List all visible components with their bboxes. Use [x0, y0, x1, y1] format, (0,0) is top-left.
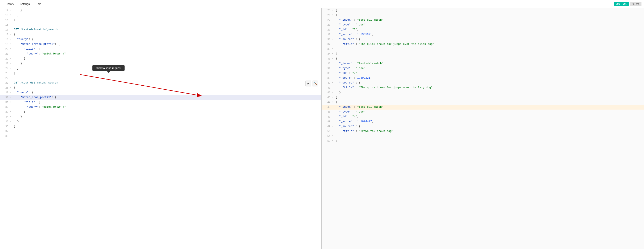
resp-num-39: 39 [322, 76, 332, 81]
line-content-36: } [13, 124, 321, 129]
resp-num-31: 31 [322, 37, 332, 42]
resp-content-49: "_source" : { [335, 124, 644, 129]
line-num-17: 17 [0, 32, 10, 37]
resp-line-48: 48 "_score" : 1.1624427, [322, 119, 644, 124]
tooltip-container: Click to send request [92, 65, 124, 71]
resp-fold-52[interactable]: ▾ [332, 139, 335, 143]
code-line-16: 16 GET /test-dsl-match/_search [0, 27, 321, 32]
resp-fold-49[interactable]: ▾ [332, 124, 335, 129]
resp-num-48: 48 [322, 119, 332, 124]
code-line-24: 24 ▾ } [0, 66, 321, 71]
resp-line-27: 27 "_index" : "test-dsl-match", [322, 18, 644, 23]
fold-28[interactable]: ▾ [10, 85, 13, 90]
fold-24[interactable]: ▾ [10, 66, 13, 71]
resp-line-49: 49 ▾ "_source" : { [322, 124, 644, 129]
line-content-32: "query": "quick brown f" [13, 105, 321, 109]
line-num-12: 12 [0, 8, 10, 13]
code-line-31: 31 ▾ "title": { [0, 100, 321, 105]
fold-33[interactable]: ▾ [10, 110, 13, 114]
resp-line-51: 51 ▾ } [322, 134, 644, 139]
status-badge: 200 – OK 98 ms [614, 2, 642, 6]
code-line-27: 27 GET /test-dsl-match/_search ▶ 🔨 [0, 81, 321, 85]
resp-line-45: 45 "_index" : "test-dsl-match", [322, 105, 644, 110]
fold-29[interactable]: ▾ [10, 90, 13, 95]
resp-num-33: 33 [322, 47, 332, 52]
resp-fold-40[interactable]: ▾ [332, 81, 335, 85]
code-line-32: 32 "query": "quick brown f" [0, 105, 321, 110]
line-num-18: 18 [0, 37, 10, 42]
resp-line-30: 30 "_score" : 1.5335921, [322, 32, 644, 37]
line-content-35: } [13, 119, 321, 124]
resp-content-31: "_source" : { [335, 37, 644, 42]
fold-34[interactable]: ▾ [10, 114, 13, 119]
resp-fold-42[interactable]: ▾ [332, 90, 335, 95]
fold-17[interactable]: ▾ [10, 32, 13, 37]
resp-num-42: 42 [322, 90, 332, 95]
resp-line-37: 37 "_type" : "_doc", [322, 66, 644, 71]
fold-18[interactable]: ▾ [10, 37, 13, 42]
fold-23[interactable]: ▾ [10, 61, 13, 66]
resp-line-39: 39 "_score" : 1.399221, [322, 76, 644, 81]
menu-help[interactable]: Help [32, 1, 44, 7]
resp-fold-31[interactable]: ▾ [332, 37, 335, 42]
resp-line-42: 42 ▾ } [322, 90, 644, 95]
line-num-13: 13 [0, 13, 10, 18]
line-num-25: 25 [0, 71, 10, 76]
fold-19[interactable]: ▾ [10, 42, 13, 47]
editor-code-area[interactable]: 12 ▾ } 13 ▾ } 14 } 15 16 [0, 8, 321, 249]
main-content: 12 ▾ } 13 ▾ } 14 } 15 16 [0, 8, 644, 249]
resp-content-35: { [335, 56, 644, 61]
resp-num-35: 35 [322, 56, 332, 61]
resp-line-40: 40 ▾ "_source" : { [322, 81, 644, 85]
menu-settings[interactable]: Settings [17, 1, 32, 7]
resp-line-35: 35 ▾ { [322, 56, 644, 61]
fold-35[interactable]: ▾ [10, 119, 13, 124]
line-content-29: "query": { [13, 90, 321, 95]
line-num-16: 16 [0, 27, 10, 32]
code-line-25: 25 } [0, 71, 321, 76]
fold-31[interactable]: ▾ [10, 100, 13, 105]
resp-fold-26[interactable]: ▾ [332, 13, 335, 18]
resp-num-30: 30 [322, 32, 332, 37]
line-content-27: GET /test-dsl-match/_search [13, 81, 321, 85]
resp-fold-35[interactable]: ▾ [332, 56, 335, 61]
code-line-29: 29 ▾ "query": { [0, 90, 321, 95]
line-content-34: } [13, 114, 321, 119]
resp-fold-43[interactable]: ▾ [332, 95, 335, 100]
fold-30[interactable]: ▾ [10, 95, 13, 100]
settings-btn[interactable]: 🔨 [312, 81, 318, 86]
line-num-30: 30 [0, 95, 10, 100]
resp-fold-33[interactable]: ▾ [332, 47, 335, 51]
fold-20[interactable]: ▾ [10, 47, 13, 51]
resp-content-34: }, [335, 52, 644, 56]
line-num-36: 36 [0, 124, 10, 129]
resp-num-27: 27 [322, 18, 332, 23]
fold-22[interactable]: ▾ [10, 56, 13, 61]
line-num-14: 14 [0, 18, 10, 23]
resp-num-45: 45 [322, 105, 332, 110]
line-content-22: } [13, 56, 321, 61]
resp-line-32: 32 | "title" : "The quick brown fox jump… [322, 42, 644, 47]
response-code-area[interactable]: 25 ▾ }, 26 ▾ { 27 "_index" : "test-dsl-m… [322, 8, 644, 249]
resp-content-46: "_type" : "_doc", [335, 110, 644, 114]
line-num-33: 33 [0, 110, 10, 114]
line-content-12: } [13, 8, 321, 13]
fold-13[interactable]: ▾ [10, 13, 13, 18]
resp-fold-51[interactable]: ▾ [332, 134, 335, 138]
response-panel: 25 ▾ }, 26 ▾ { 27 "_index" : "test-dsl-m… [322, 8, 644, 249]
resp-content-37: "_type" : "_doc", [335, 66, 644, 71]
resp-content-30: "_score" : 1.5335921, [335, 32, 644, 37]
line-content-18: "query": { [13, 37, 321, 42]
resp-line-38: 38 "_id" : "2", [322, 71, 644, 76]
code-line-35: 35 ▾ } [0, 119, 321, 124]
resp-num-28: 28 [322, 23, 332, 27]
resp-num-44: 44 [322, 100, 332, 105]
resp-fold-44[interactable]: ▾ [332, 100, 335, 105]
resp-line-44: 44 ▾ { [322, 100, 644, 105]
resp-line-52: 52 ▾ }, [322, 139, 644, 143]
resp-fold-34[interactable]: ▾ [332, 52, 335, 56]
run-button[interactable]: ▶ [306, 81, 311, 86]
fold-12[interactable]: ▾ [10, 8, 13, 13]
menu-history[interactable]: History [2, 1, 17, 7]
resp-fold-25[interactable]: ▾ [332, 8, 335, 13]
